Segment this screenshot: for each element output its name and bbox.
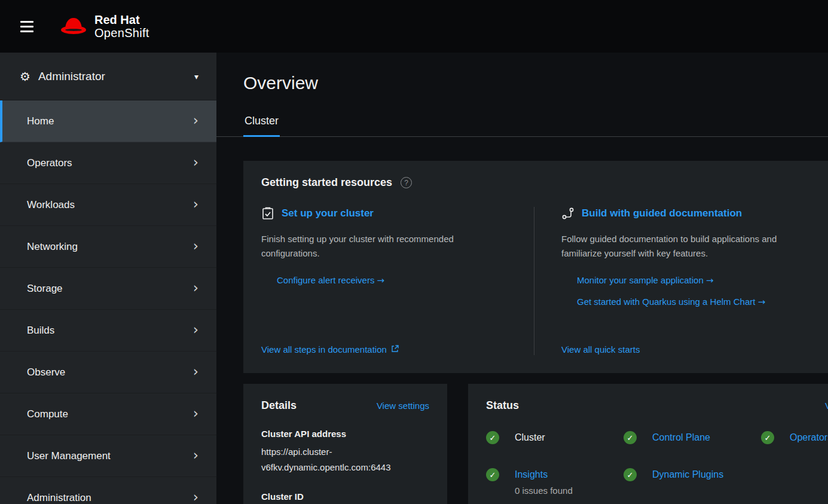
status-item-cluster: ✓ Cluster <box>486 431 624 444</box>
external-link-icon <box>391 344 399 355</box>
sidebar-item-observe[interactable]: Observe › <box>0 352 216 393</box>
perspective-switcher[interactable]: ⚙ Administrator ▾ <box>0 53 216 100</box>
status-grid: ✓ Cluster ✓ Control Plane ✓ <box>486 431 828 496</box>
check-circle-icon: ✓ <box>761 431 774 444</box>
sidebar-item-workloads[interactable]: Workloads › <box>0 184 216 226</box>
sidebar-item-user-management[interactable]: User Management › <box>0 435 216 477</box>
field-value: https://api.cluster-v6fkv.dynamic.opentl… <box>261 444 424 475</box>
sidebar-item-administration[interactable]: Administration › <box>0 477 216 504</box>
brand-line1: Red Hat <box>94 13 149 26</box>
control-plane-link[interactable]: Control Plane <box>652 431 710 444</box>
arrow-right-icon: → <box>758 297 766 307</box>
guided-documentation-column: Build with guided documentation Follow g… <box>534 207 810 355</box>
status-title: Status <box>486 399 519 412</box>
arrow-right-icon: → <box>377 275 385 286</box>
sidebar-item-label: Networking <box>27 241 78 253</box>
status-card-action-link[interactable]: V <box>825 401 828 411</box>
tab-cluster[interactable]: Cluster <box>243 110 280 137</box>
sidebar-item-label: Home <box>27 115 54 127</box>
setup-cluster-title: Set up your cluster <box>282 207 374 219</box>
check-circle-icon: ✓ <box>486 468 499 481</box>
status-label-cluster: Cluster <box>515 431 545 444</box>
setup-cluster-column: Set up your cluster Finish setting up yo… <box>261 207 534 355</box>
view-settings-link[interactable]: View settings <box>377 401 429 411</box>
guided-documentation-description: Follow guided documentation to build app… <box>561 232 800 261</box>
configure-alert-receivers-link[interactable]: Configure alert receivers → <box>261 275 510 286</box>
cluster-api-address-field: Cluster API address https://api.cluster-… <box>261 429 429 475</box>
brand-logo[interactable]: Red Hat OpenShift <box>60 13 149 40</box>
sidebar-item-operators[interactable]: Operators › <box>0 142 216 184</box>
sidebar-item-label: User Management <box>27 450 111 462</box>
sidebar-item-compute[interactable]: Compute › <box>0 393 216 435</box>
arrow-right-icon: → <box>706 275 714 286</box>
guided-documentation-title: Build with guided documentation <box>582 207 742 219</box>
getting-started-title: Getting started resources <box>261 176 392 189</box>
check-circle-icon: ✓ <box>624 468 637 481</box>
insights-link[interactable]: Insights <box>515 468 573 481</box>
status-card: Status V ✓ Cluster ✓ Control Plane <box>468 384 828 504</box>
sidebar-item-builds[interactable]: Builds › <box>0 310 216 352</box>
field-label: Cluster ID <box>261 491 429 502</box>
brand-line2: OpenShift <box>94 26 149 39</box>
field-label: Cluster API address <box>261 429 429 439</box>
sidebar-item-networking[interactable]: Networking › <box>0 226 216 268</box>
view-all-quick-starts-link[interactable]: View all quick starts <box>561 344 640 355</box>
sidebar-item-storage[interactable]: Storage › <box>0 268 216 310</box>
sidebar-item-label: Operators <box>27 157 72 169</box>
dynamic-plugins-link[interactable]: Dynamic Plugins <box>652 468 723 481</box>
sidebar-item-label: Observe <box>27 366 65 378</box>
insights-issues-text: 0 issues found <box>515 485 573 496</box>
check-circle-icon: ✓ <box>486 431 499 444</box>
status-item-dynamic-plugins: ✓ Dynamic Plugins <box>624 468 761 496</box>
perspective-label: Administrator <box>38 70 105 83</box>
details-card: Details View settings Cluster API addres… <box>243 384 447 504</box>
monitor-sample-application-link[interactable]: Monitor your sample application → <box>561 275 810 286</box>
sidebar-item-label: Builds <box>27 325 54 337</box>
view-all-steps-link[interactable]: View all steps in documentation <box>261 344 399 355</box>
sidebar-item-label: Administration <box>27 492 91 504</box>
link-label: Configure alert receivers <box>277 275 374 285</box>
sidebar-item-label: Workloads <box>27 199 75 211</box>
cluster-id-field: Cluster ID <box>261 491 429 502</box>
details-title: Details <box>261 399 297 412</box>
overview-content: Getting started resources ? <box>216 137 828 504</box>
help-icon[interactable]: ? <box>401 177 412 188</box>
page-header: Overview <box>216 53 828 93</box>
chevron-down-icon: ▾ <box>194 72 198 81</box>
link-label: Get started with Quarkus using a Helm Ch… <box>577 297 755 307</box>
link-label: View all quick starts <box>561 344 640 355</box>
check-circle-icon: ✓ <box>624 431 637 444</box>
red-hat-icon <box>60 16 87 37</box>
status-item-control-plane: ✓ Control Plane <box>624 431 761 444</box>
link-label: View all steps in documentation <box>261 344 387 355</box>
gear-icon: ⚙ <box>20 69 30 84</box>
sidebar-item-label: Storage <box>27 283 63 295</box>
setup-cluster-description: Finish setting up your cluster with reco… <box>261 232 500 261</box>
sidebar-nav: Home › Operators › Workloads › Networkin… <box>0 100 216 504</box>
masthead: Red Hat OpenShift <box>0 0 828 53</box>
question-glyph: ? <box>404 179 408 187</box>
sidebar: ⚙ Administrator ▾ Home › Operators › Wor… <box>0 53 216 504</box>
link-label: Monitor your sample application <box>577 275 704 285</box>
status-item-insights: ✓ Insights 0 issues found <box>486 468 624 496</box>
operators-link[interactable]: Operators <box>790 431 828 444</box>
page-title: Overview <box>243 73 801 93</box>
route-icon <box>561 207 575 220</box>
clipboard-check-icon <box>261 207 274 220</box>
main-content: Overview Cluster Getting started resourc… <box>216 0 828 504</box>
sidebar-item-label: Compute <box>27 408 68 420</box>
quarkus-helm-chart-link[interactable]: Get started with Quarkus using a Helm Ch… <box>561 297 810 307</box>
getting-started-card: Getting started resources ? <box>243 161 828 373</box>
sidebar-item-home[interactable]: Home › <box>0 100 216 142</box>
status-item-operators: ✓ Operators <box>761 431 828 444</box>
nav-toggle-icon[interactable] <box>14 14 39 39</box>
tab-bar: Cluster <box>216 110 828 137</box>
